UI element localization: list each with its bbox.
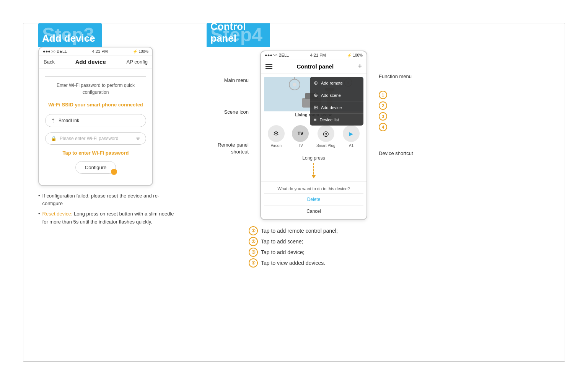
password-left: 🔒 Please enter Wi-Fi password — [51, 136, 118, 141]
step3-label: Add device — [42, 33, 95, 44]
password-placeholder: Please enter Wi-Fi password — [60, 136, 118, 141]
circle-4: 4 — [379, 123, 387, 131]
legend-num-1: ① — [249, 226, 258, 235]
bottom-legend: ① Tap to add remote control panel; ② Tap… — [249, 226, 338, 268]
num-label-2: 2 — [379, 101, 413, 110]
lock-icon: 🔒 — [51, 136, 57, 141]
note1-text: If configuration failed, please reset th… — [42, 192, 176, 208]
tv-shortcut[interactable]: TV TV — [292, 125, 309, 148]
plus-icon[interactable]: + — [358, 62, 362, 70]
nav-title: Add device — [75, 59, 106, 65]
legend-num-3: ③ — [249, 248, 258, 257]
menu-add-remote[interactable]: ⊕ Add remote — [310, 77, 363, 89]
legend-num-2: ② — [249, 237, 258, 246]
main-menu-label: Main menu — [224, 77, 249, 83]
legend-3: ③ Tap to add device; — [249, 248, 338, 257]
wifi-icon: ⇡ — [51, 118, 55, 124]
tap-password-label: Tap to enter Wi-Fi password — [63, 150, 129, 156]
step4-section: Step4 Control panel Main menu Scene icon… — [207, 23, 565, 268]
remote-panel-label: Remote panelshortcut — [218, 142, 249, 155]
legend-text-4: Tap to view added devices. — [261, 260, 325, 266]
configure-label: Configure — [85, 165, 106, 170]
configure-button[interactable]: Configure — [75, 161, 116, 174]
note1: • If configuration failed, please reset … — [38, 192, 176, 208]
signal4-text: ●●●○○ BELL — [265, 53, 289, 57]
smartplug-shortcut[interactable]: ◎ Smart Plug — [316, 125, 335, 148]
bullet2: • — [38, 210, 40, 226]
arrow-down — [312, 175, 316, 178]
num-label-1: 1 — [379, 91, 413, 99]
menu-device-list-label: Device list — [320, 118, 339, 122]
wifi-ssid-label: Wi-Fi SSID your smart phone connected — [48, 101, 143, 109]
step4-header: Step4 Control panel — [207, 23, 270, 47]
dialog-area: What do you want to do to this device? D… — [261, 181, 366, 219]
legend-1: ① Tap to add remote control panel; — [249, 226, 338, 235]
menu-add-device-label: Add device — [321, 105, 342, 110]
note2: • Reset device: Long press on reset butt… — [38, 210, 176, 226]
dialog-delete-btn[interactable]: Delete — [264, 194, 363, 206]
legend-text-2: Tap to add scene; — [261, 238, 303, 245]
step4-content: Main menu Scene icon Remote panelshortcu… — [207, 51, 565, 220]
long-press-section: Long press — [261, 152, 366, 181]
num-label-4: 4 — [379, 123, 413, 131]
aircon-icon: ❄ — [268, 125, 285, 142]
dashed-arrow — [312, 162, 316, 178]
battery4-area: ⚡ 100% — [347, 53, 363, 57]
circle-2: 2 — [379, 101, 387, 110]
step3-header: Step3 Add device — [38, 23, 102, 47]
menu-add-device[interactable]: ⊞ Add device — [310, 101, 363, 114]
step3-phone: ●●●○○ BELL 4:21 PM ⚡ 100% Back Add devic… — [38, 47, 153, 186]
password-input[interactable]: 🔒 Please enter Wi-Fi password 👁 — [45, 132, 146, 145]
wifi-value: BroadLink — [59, 118, 79, 123]
a1-shortcut[interactable]: ▶ A1 — [343, 125, 360, 148]
phone4-status-bar: ●●●○○ BELL 4:21 PM ⚡ 100% — [261, 51, 366, 59]
orange-indicator — [111, 169, 117, 175]
wifi-input[interactable]: ⇡ BroadLink — [45, 114, 146, 127]
shortcuts-row: ❄ Aircon TV TV ◎ Smart Plug ▶ A1 — [261, 121, 366, 152]
labels-left: Main menu Scene icon Remote panelshortcu… — [207, 51, 249, 155]
a1-icon: ▶ — [343, 125, 360, 142]
dialog-question: What do you want to do to this device? — [264, 184, 363, 194]
battery4-icon: ⚡ — [347, 53, 352, 57]
step4-label: Control panel — [210, 21, 270, 44]
hamburger-icon[interactable] — [265, 64, 272, 69]
legend-4: ④ Tap to view added devices. — [249, 258, 338, 268]
function-menu-label: Function menu — [379, 73, 413, 79]
circle-1: 1 — [379, 91, 387, 99]
battery4-pct: 100% — [353, 53, 363, 57]
step4-phone: ●●●○○ BELL 4:21 PM ⚡ 100% Control panel — [260, 51, 367, 220]
aircon-shortcut[interactable]: ❄ Aircon — [268, 125, 285, 148]
long-press-text: Long press — [302, 155, 325, 161]
notes-section: • If configuration failed, please reset … — [38, 192, 176, 228]
battery-area: ⚡ 100% — [133, 49, 148, 54]
signal-text: ●●●○○ BELL — [43, 49, 67, 54]
step3-section: Step3 Add device ●●●○○ BELL 4:21 PM ⚡ 10… — [38, 23, 176, 228]
menu-add-remote-label: Add remote — [321, 81, 343, 85]
menu-add-scene[interactable]: ⊕ Add scene — [310, 89, 363, 101]
phone3-status-bar: ●●●○○ BELL 4:21 PM ⚡ 100% — [39, 47, 152, 55]
dashed-line — [313, 163, 314, 175]
nav-back[interactable]: Back — [44, 59, 55, 65]
svg-point-2 — [293, 83, 296, 86]
bullet1: • — [38, 192, 40, 208]
aircon-label: Aircon — [271, 144, 282, 148]
circle-3: 3 — [379, 112, 387, 121]
scene-icon-label: Scene icon — [224, 109, 249, 115]
time-text: 4:21 PM — [92, 49, 108, 54]
note2-prefix: Reset device: — [42, 211, 73, 217]
instruction-text: Enter Wi-Fi password to perform quick co… — [45, 82, 146, 96]
device-list-icon: ≡ — [314, 117, 317, 122]
time4-text: 4:21 PM — [310, 53, 326, 57]
dialog-cancel-btn[interactable]: Cancel — [264, 206, 363, 217]
legend-text-3: Tap to add device; — [261, 249, 305, 255]
nav-ap-config[interactable]: AP config — [127, 59, 148, 65]
note2-full: Reset device: Long press on reset button… — [42, 210, 176, 226]
tv-label: TV — [298, 144, 303, 148]
eye-icon: 👁 — [136, 136, 140, 141]
device-shortcut-label: Device shortcut — [379, 150, 413, 156]
legend-num-4: ④ — [249, 258, 258, 268]
smartplug-icon: ◎ — [318, 125, 334, 142]
menu-device-list[interactable]: ≡ Device list — [310, 114, 363, 126]
numbered-labels: 1 2 3 4 — [379, 91, 413, 139]
smartplug-label: Smart Plug — [316, 144, 335, 148]
